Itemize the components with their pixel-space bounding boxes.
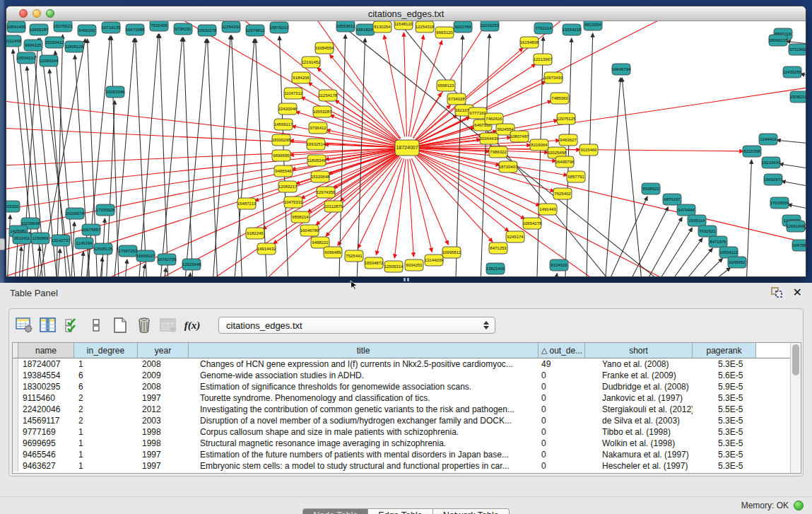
graph-node[interactable]: 14914432 <box>257 243 276 255</box>
graph-node[interactable]: 12505314 <box>384 261 404 272</box>
graph-node[interactable]: 8216064 <box>530 139 548 151</box>
graph-node[interactable]: 9465546 <box>274 165 293 177</box>
graph-node[interactable]: 9184206 <box>292 72 310 83</box>
graph-edge[interactable] <box>408 159 413 257</box>
graph-node[interactable]: 8130254 <box>373 21 392 33</box>
graph-node[interactable]: 10807487 <box>510 131 529 142</box>
graph-node[interactable]: 9415320 <box>6 201 20 212</box>
graph-node[interactable]: 20364436 <box>480 133 499 144</box>
table-row[interactable]: 946362711997Embryonic stem cells: a mode… <box>13 460 801 472</box>
minimize-window-button[interactable] <box>33 9 41 18</box>
graph-edge[interactable] <box>256 39 268 277</box>
graph-edge[interactable] <box>685 267 731 277</box>
graph-node[interactable]: 9245652 <box>728 257 746 268</box>
graph-edge[interactable] <box>317 68 399 140</box>
graph-node[interactable]: 12975125 <box>557 113 576 124</box>
graph-edge[interactable] <box>622 78 644 277</box>
close-window-button[interactable] <box>19 9 28 18</box>
column-header-year[interactable]: year <box>138 343 189 358</box>
select-rows-button[interactable] <box>61 315 83 336</box>
graph-node[interactable]: 9034251 <box>405 259 423 271</box>
graph-node[interactable]: 11430256 <box>783 66 802 78</box>
graph-node[interactable]: 18720407 <box>499 161 518 173</box>
graph-node[interactable]: 12923448 <box>182 259 201 270</box>
graph-node[interactable]: 6879197 <box>663 194 681 205</box>
graph-edge[interactable] <box>233 39 254 277</box>
graph-node[interactable]: 10553287 <box>313 106 332 117</box>
table-row[interactable]: 1456911722003Disruption of a novel membe… <box>13 415 801 426</box>
graph-node[interactable]: 12083217 <box>278 181 298 192</box>
graph-node[interactable]: 16210643 <box>762 157 781 168</box>
graph-node[interactable]: 10973493 <box>544 72 563 83</box>
graph-edge[interactable] <box>551 274 557 277</box>
graph-node[interactable]: 12213967 <box>534 54 553 65</box>
table-scrollbar[interactable] <box>790 343 801 473</box>
graph-node[interactable]: 16932514 <box>307 139 326 150</box>
table-row[interactable]: 911546021997Tourette syndrome. Phenomeno… <box>13 392 801 404</box>
graph-node[interactable]: 16782759 <box>158 254 177 265</box>
column-header-pagerank[interactable]: pagerank <box>693 343 756 358</box>
graph-edge[interactable] <box>141 264 145 277</box>
graph-node[interactable]: 1491443 <box>539 204 557 215</box>
graph-node[interactable]: 3913411 <box>13 233 31 244</box>
graph-node[interactable]: 11254391 <box>222 21 241 33</box>
graph-edge[interactable] <box>6 99 396 146</box>
close-panel-icon[interactable]: ✕ <box>793 287 802 298</box>
graph-node-hub[interactable]: 18724007 <box>395 140 419 156</box>
graph-node[interactable]: 10475812 <box>792 240 806 251</box>
graph-node[interactable]: 12974812 <box>246 25 265 36</box>
graph-node[interactable]: 9857791 <box>567 171 585 182</box>
graph-node[interactable]: 11548120 <box>394 21 413 30</box>
graph-node[interactable]: 6099489 <box>324 247 342 258</box>
table-row[interactable]: 1872400712008Changes of HCN gene express… <box>13 358 801 370</box>
graph-node[interactable]: 9182245 <box>246 228 264 239</box>
column-header-short[interactable]: short <box>585 343 693 358</box>
graph-node[interactable]: 9934125 <box>24 40 42 51</box>
graph-node[interactable]: 9699695 <box>272 150 290 161</box>
window-titlebar[interactable]: citations_edges.txt <box>6 6 806 21</box>
graph-node[interactable]: 10995812 <box>442 247 461 258</box>
graph-node[interactable]: 16154808 <box>520 37 539 48</box>
graph-edge[interactable] <box>618 207 669 277</box>
graph-edge[interactable] <box>79 252 83 277</box>
graph-edge[interactable] <box>6 215 10 277</box>
graph-node[interactable]: 18300295 <box>272 134 291 146</box>
graph-edge[interactable] <box>645 228 693 277</box>
graph-node[interactable]: 12661408 <box>787 221 806 232</box>
graph-edge[interactable] <box>404 33 406 136</box>
delete-table-button[interactable] <box>134 315 155 336</box>
graph-node[interactable]: 7986322 <box>489 146 507 158</box>
graph-node[interactable]: 7762214 <box>534 23 553 34</box>
graph-node[interactable]: 9736412 <box>309 122 327 134</box>
graph-node[interactable]: 16932278 <box>198 25 217 36</box>
graph-node[interactable]: 1145194 <box>75 238 93 249</box>
graph-node[interactable]: 12505135 <box>94 243 113 255</box>
graph-node[interactable]: 22420046 <box>278 103 298 115</box>
graph-node[interactable]: 14569117 <box>274 119 293 130</box>
graph-edge[interactable] <box>6 127 396 147</box>
graph-node[interactable]: 9663120 <box>435 27 454 38</box>
graph-node[interactable]: 16671988 <box>126 24 145 35</box>
graph-node[interactable]: 7515409 <box>150 21 168 31</box>
graph-node[interactable]: 10654278 <box>523 218 542 229</box>
graph-node[interactable]: 6734028 <box>447 93 466 105</box>
graph-node[interactable]: 16046786 <box>300 225 319 236</box>
graph-node[interactable]: 8215358 <box>743 146 761 157</box>
graph-edge[interactable] <box>411 158 448 245</box>
graph-node[interactable]: 10112879 <box>324 201 343 212</box>
graph-node[interactable]: 15320412 <box>45 37 64 48</box>
graph-node[interactable]: 9731842 <box>789 44 806 55</box>
table-row[interactable]: 946554611997Estimation of the future num… <box>13 449 801 460</box>
graph-node[interactable]: 9777169 <box>469 107 487 119</box>
graph-edge[interactable] <box>301 97 397 143</box>
graph-node[interactable]: 15082317 <box>790 91 806 103</box>
graph-edge[interactable] <box>416 155 508 231</box>
graph-node[interactable]: 12191452 <box>302 57 321 68</box>
zoom-window-button[interactable] <box>46 9 54 18</box>
graph-node[interactable]: 15692971 <box>764 174 783 185</box>
graph-edge[interactable] <box>123 259 127 277</box>
graph-edge[interactable] <box>303 21 401 139</box>
graph-edge[interactable] <box>777 140 806 145</box>
graph-edge[interactable] <box>666 248 712 277</box>
graph-node[interactable]: 11254178 <box>319 90 338 101</box>
